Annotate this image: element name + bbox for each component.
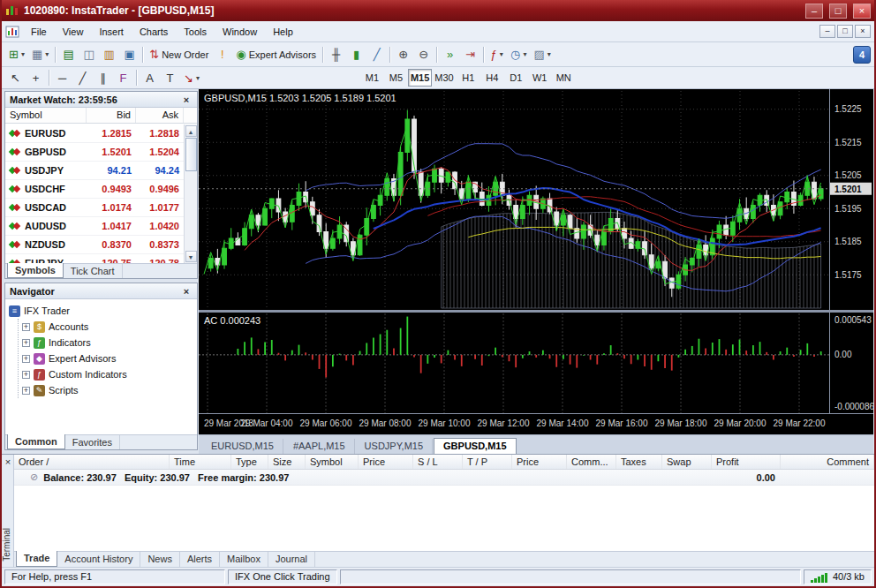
menu-window[interactable]: Window — [215, 23, 265, 41]
terminal-close-icon[interactable]: × — [2, 456, 14, 467]
candlestick-button[interactable]: ▮ — [346, 45, 366, 64]
column-header-price[interactable]: Price — [512, 455, 567, 469]
column-header-bid[interactable]: Bid — [87, 108, 136, 123]
text-button[interactable]: A — [140, 68, 160, 87]
column-header-comment[interactable]: Comment — [781, 455, 874, 469]
market-watch-button[interactable]: ▤ — [58, 45, 79, 64]
timeframe-m30-button[interactable]: M30 — [432, 69, 456, 87]
timeframe-h4-button[interactable]: H4 — [480, 69, 504, 87]
tab-tick-chart[interactable]: Tick Chart — [64, 264, 123, 278]
market-watch-row-nzdusd[interactable]: NZDUSD0.83700.8373 — [5, 236, 184, 254]
data-window-button[interactable]: ◫ — [79, 45, 99, 64]
terminal-tab-account-history[interactable]: Account History — [57, 552, 140, 567]
menu-charts[interactable]: Charts — [132, 23, 176, 41]
market-watch-row-usdcad[interactable]: USDCAD1.01741.0177 — [5, 199, 184, 217]
one-click-trading-cell[interactable]: IFX One Click Trading — [228, 569, 337, 584]
cursor-button[interactable]: ↖ — [5, 68, 26, 87]
price-chart[interactable]: 1.52251.52151.52051.51951.51851.5175GBPU… — [199, 89, 873, 434]
expert-advisors-button[interactable]: ◉Expert Advisors — [232, 45, 320, 64]
chart-tab-usdjpy-m15[interactable]: USDJPY,M15 — [356, 439, 433, 454]
menu-view[interactable]: View — [55, 23, 92, 41]
chart-tab-gbpusd-m15[interactable]: GBPUSD,M15 — [434, 438, 517, 454]
terminal-button[interactable]: ▣ — [119, 45, 140, 64]
terminal-tab-news[interactable]: News — [140, 552, 180, 567]
tab-symbols[interactable]: Symbols — [7, 263, 64, 278]
mdi-restore-button[interactable]: □ — [837, 25, 853, 38]
profiles-button[interactable]: ▦▾ — [28, 45, 52, 64]
terminal-tab-mailbox[interactable]: Mailbox — [220, 552, 268, 567]
menu-insert[interactable]: Insert — [91, 23, 132, 41]
timeframe-w1-button[interactable]: W1 — [528, 69, 552, 87]
restore-button[interactable]: □ — [829, 4, 847, 19]
market-watch-scrollbar[interactable]: ▲ ▼ — [184, 124, 197, 263]
timeframe-m1-button[interactable]: M1 — [360, 69, 384, 87]
close-button[interactable]: × — [853, 4, 871, 19]
timeframe-mn-button[interactable]: MN — [552, 69, 576, 87]
navigator-button[interactable]: ▥ — [99, 45, 119, 64]
market-watch-row-eurusd[interactable]: EURUSD1.28151.2818 — [5, 124, 184, 143]
column-header-symbol[interactable]: Symbol — [306, 455, 359, 469]
title-bar[interactable]: 1020890: InstaTrader - [GBPUSD,M15] – □ … — [2, 0, 874, 21]
horizontal-line-button[interactable]: ─ — [52, 68, 72, 87]
scroll-down-icon[interactable]: ▼ — [185, 251, 197, 262]
navigator-item-custom-indicators[interactable]: +ƒCustom Indicators — [22, 366, 197, 382]
auto-scroll-button[interactable]: » — [440, 45, 460, 64]
column-header-price[interactable]: Price — [359, 455, 413, 469]
column-header-type[interactable]: Type — [231, 455, 268, 469]
navigator-root[interactable]: ≡IFX Trader — [9, 303, 197, 319]
navigator-item-indicators[interactable]: +ƒIndicators — [22, 335, 197, 351]
chart-tab-eurusd-m15[interactable]: EURUSD,M15 — [202, 439, 283, 454]
market-watch-row-eurjpy[interactable]: EURJPY120.75120.78 — [5, 254, 184, 263]
column-header-swap[interactable]: Swap — [662, 455, 712, 469]
minimize-button[interactable]: – — [805, 4, 823, 19]
menu-file[interactable]: File — [23, 23, 55, 41]
periods-button[interactable]: ◷▾ — [507, 45, 530, 64]
mdi-minimize-button[interactable]: – — [819, 25, 835, 38]
column-header-taxes[interactable]: Taxes — [616, 455, 662, 469]
navigator-item-scripts[interactable]: +✎Scripts — [22, 382, 197, 398]
column-header-order[interactable]: Order / — [14, 455, 170, 469]
column-header-t-p[interactable]: T / P — [463, 455, 512, 469]
navigator-item-accounts[interactable]: +$Accounts — [22, 319, 197, 335]
new-chart-button[interactable]: ⊞▾ — [5, 45, 28, 64]
chart-shift-button[interactable]: ⇥ — [460, 45, 480, 64]
equidistant-channel-button[interactable]: ∥ — [93, 68, 113, 87]
column-header-size[interactable]: Size — [268, 455, 306, 469]
column-header-comm[interactable]: Comm... — [567, 455, 616, 469]
scrollbar-thumb[interactable] — [185, 138, 197, 171]
panel-close-icon[interactable]: × — [180, 286, 193, 297]
navigator-header[interactable]: Navigator × — [5, 283, 197, 299]
column-header-time[interactable]: Time — [170, 455, 231, 469]
market-watch-row-usdchf[interactable]: USDCHF0.94930.9496 — [5, 180, 184, 199]
column-header-ask[interactable]: Ask — [136, 108, 184, 123]
navigator-item-expert-advisors[interactable]: +◆Expert Advisors — [22, 351, 197, 366]
market-watch-row-gbpusd[interactable]: GBPUSD1.52011.5204 — [5, 143, 184, 162]
terminal-tab-journal[interactable]: Journal — [268, 552, 315, 567]
text-label-button[interactable]: T — [160, 68, 180, 87]
line-chart-button[interactable]: ╱ — [366, 45, 387, 64]
balance-row[interactable]: ⊘Balance: 230.97 Equity: 230.97 Free mar… — [14, 470, 874, 486]
mdi-close-button[interactable]: × — [855, 25, 871, 38]
zoom-out-button[interactable]: ⊖ — [413, 45, 434, 64]
crosshair-button[interactable]: + — [26, 68, 46, 87]
timeframe-d1-button[interactable]: D1 — [504, 69, 528, 87]
timeframe-h1-button[interactable]: H1 — [457, 69, 480, 87]
chart-canvas[interactable]: 1.52251.52151.52051.51951.51851.5175GBPU… — [199, 89, 873, 434]
fibonacci-button[interactable]: F — [113, 68, 133, 87]
market-watch-row-audusd[interactable]: AUDUSD1.04171.0420 — [5, 217, 184, 236]
menu-help[interactable]: Help — [265, 23, 301, 41]
panel-close-icon[interactable]: × — [180, 94, 193, 105]
terminal-tab-alerts[interactable]: Alerts — [180, 552, 220, 567]
menu-tools[interactable]: Tools — [176, 23, 215, 41]
tab-common[interactable]: Common — [7, 434, 65, 449]
column-header-profit[interactable]: Profit — [712, 455, 781, 469]
timeframe-m15-button[interactable]: M15 — [408, 69, 432, 87]
column-header-symbol[interactable]: Symbol — [5, 108, 87, 123]
terminal-tab-trade[interactable]: Trade — [16, 551, 57, 567]
market-watch-header[interactable]: Market Watch: 23:59:56 × — [5, 92, 197, 108]
metaquotes-button[interactable]: ! — [212, 45, 232, 64]
trendline-button[interactable]: ╱ — [72, 68, 93, 87]
chart-tab-aapl-m15[interactable]: #AAPL,M15 — [284, 439, 355, 454]
community-badge-button[interactable]: 4 — [853, 46, 871, 64]
column-header-s-l[interactable]: S / L — [413, 455, 463, 469]
